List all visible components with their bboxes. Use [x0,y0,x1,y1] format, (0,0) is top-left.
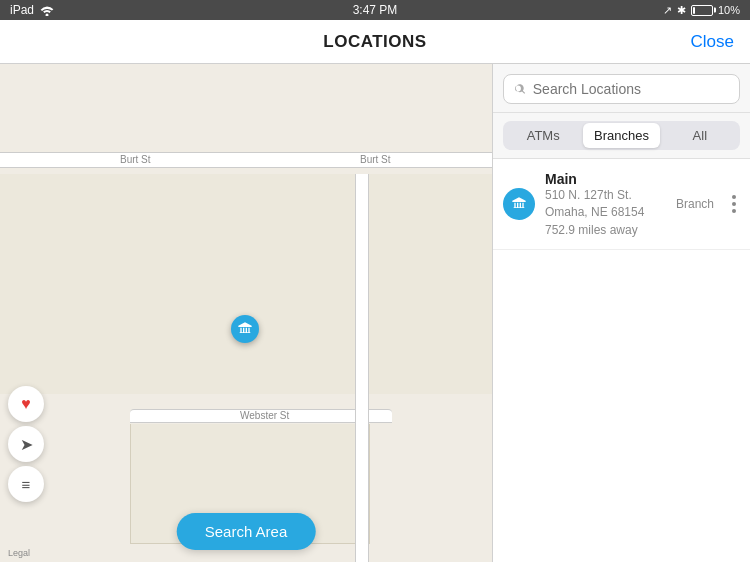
status-right: ↗ ✱ 10% [663,4,740,17]
legal-text: Legal [8,548,30,558]
burt-st-road [0,152,492,168]
close-button[interactable]: Close [691,32,734,52]
battery-percent: 10% [718,4,740,16]
map-area: Burt St Burt St Webster St ♥ ➤ ≡ Legal S… [0,64,492,562]
search-input[interactable] [533,81,729,97]
search-box-container [493,64,750,113]
search-box [503,74,740,104]
location-address-line2: Omaha, NE 68154 [545,204,666,221]
more-options-button[interactable] [728,195,740,213]
map-location-pin[interactable] [231,315,259,343]
location-list: Main 510 N. 127th St. Omaha, NE 68154 75… [493,159,750,562]
bank-icon [237,321,253,337]
dot-3 [732,209,736,213]
location-icon [503,188,535,220]
device-label: iPad [10,3,34,17]
wifi-icon [39,4,55,16]
segment-control: ATMs Branches All [503,121,740,150]
map-controls: ♥ ➤ ≡ [8,386,44,502]
branch-icon [511,196,527,212]
burt-st-label-right: Burt St [360,154,391,165]
bluetooth-icon: ✱ [677,4,686,17]
tab-all[interactable]: All [662,123,738,148]
map-block-1 [0,174,492,394]
location-name: Main [545,171,666,187]
location-address-line1: 510 N. 127th St. [545,187,666,204]
battery-icon [691,5,713,16]
search-icon [514,82,527,96]
filter-tabs-wrapper: ATMs Branches All [493,113,750,159]
burt-st-label-left: Burt St [120,154,151,165]
location-info: Main 510 N. 127th St. Omaha, NE 68154 75… [545,171,666,237]
right-panel: ATMs Branches All Main 510 N. 127th St. … [492,64,750,562]
status-time: 3:47 PM [353,3,398,17]
page-title: LOCATIONS [323,32,426,52]
main-area: Burt St Burt St Webster St ♥ ➤ ≡ Legal S… [0,64,750,562]
list-item[interactable]: Main 510 N. 127th St. Omaha, NE 68154 75… [493,159,750,250]
status-left: iPad [10,3,55,17]
location-distance: 752.9 miles away [545,223,666,237]
status-bar: iPad 3:47 PM ↗ ✱ 10% [0,0,750,20]
vertical-road [355,174,369,562]
dot-2 [732,202,736,206]
layers-button[interactable]: ≡ [8,466,44,502]
favorite-button[interactable]: ♥ [8,386,44,422]
webster-st-label: Webster St [240,410,289,421]
dot-1 [732,195,736,199]
nav-bar: LOCATIONS Close [0,20,750,64]
search-area-button[interactable]: Search Area [177,513,316,550]
location-type: Branch [676,197,714,211]
tab-branches[interactable]: Branches [583,123,659,148]
tab-atms[interactable]: ATMs [505,123,581,148]
nav-icon: ↗ [663,4,672,17]
battery-fill [693,7,695,14]
location-button[interactable]: ➤ [8,426,44,462]
